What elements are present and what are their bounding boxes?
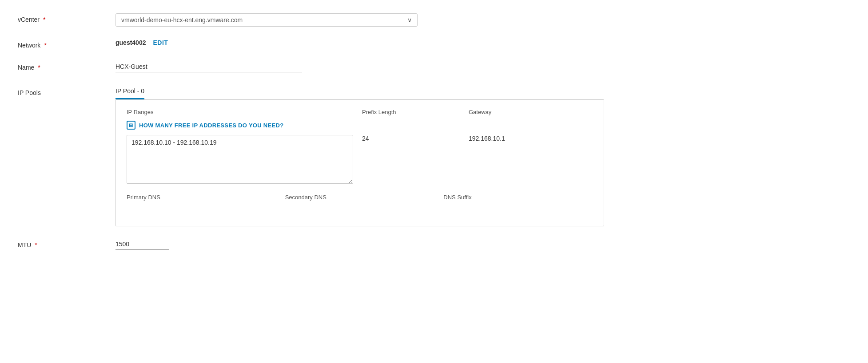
name-required: * [38,64,40,71]
network-label: Network * [18,39,115,49]
name-label: Name * [18,61,115,71]
gateway-label: Gateway [469,109,593,115]
calculator-icon: ⊞ [127,121,135,130]
mtu-row: MTU * [18,239,850,250]
network-content: guest4002 EDIT [115,39,850,46]
vcenter-row: vCenter * vmworld-demo-eu-hcx-ent.eng.vm… [18,13,850,27]
dns-suffix-column: DNS Suffix [443,194,593,215]
ip-ranges-textarea[interactable] [127,135,353,184]
dns-grid: Primary DNS Secondary DNS DNS Suffix [127,194,593,215]
primary-dns-column: Primary DNS [127,194,276,215]
vcenter-label: vCenter * [18,13,115,23]
ip-pool-box: IP Ranges ⊞ HOW MANY FREE IP ADDRESSES D… [115,99,604,226]
ip-pool-grid: IP Ranges ⊞ HOW MANY FREE IP ADDRESSES D… [127,109,593,185]
vcenter-required: * [43,16,45,23]
prefix-length-column: Prefix Length [362,109,460,185]
mtu-label-text: MTU [18,241,31,249]
dns-suffix-label: DNS Suffix [443,194,593,201]
ip-pool-tab-bar: IP Pool - 0 [115,85,850,99]
chevron-down-icon: ∨ [407,16,412,24]
calculator-label-text: HOW MANY FREE IP ADDRESSES DO YOU NEED? [139,122,283,129]
ip-pools-label: IP Pools [18,85,115,96]
dns-suffix-input[interactable] [443,204,593,215]
ip-pools-content: IP Pool - 0 IP Ranges ⊞ HOW MANY FREE IP… [115,85,850,226]
network-edit-button[interactable]: EDIT [153,39,168,46]
ip-pools-label-text: IP Pools [18,89,41,96]
secondary-dns-column: Secondary DNS [285,194,435,215]
calculator-link[interactable]: ⊞ HOW MANY FREE IP ADDRESSES DO YOU NEED… [127,121,353,130]
mtu-content [115,239,850,250]
vcenter-content: vmworld-demo-eu-hcx-ent.eng.vmware.com ∨ [115,13,850,27]
prefix-length-input[interactable] [362,133,460,144]
prefix-length-label: Prefix Length [362,109,460,115]
primary-dns-label: Primary DNS [127,194,276,201]
network-value-row: guest4002 EDIT [115,39,850,46]
secondary-dns-input[interactable] [285,204,435,215]
gateway-input[interactable] [469,133,593,144]
gateway-column: Gateway [469,109,593,185]
ip-pools-row: IP Pools IP Pool - 0 IP Ranges ⊞ HOW MAN… [18,85,850,226]
primary-dns-input[interactable] [127,204,276,215]
ip-ranges-column: IP Ranges ⊞ HOW MANY FREE IP ADDRESSES D… [127,109,353,185]
mtu-label: MTU * [18,239,115,249]
vcenter-dropdown[interactable]: vmworld-demo-eu-hcx-ent.eng.vmware.com ∨ [115,13,418,27]
name-input[interactable] [115,61,302,72]
network-value-text: guest4002 [115,39,146,46]
vcenter-value: vmworld-demo-eu-hcx-ent.eng.vmware.com [121,16,243,24]
mtu-required: * [35,241,37,249]
network-row: Network * guest4002 EDIT [18,39,850,49]
ip-ranges-label: IP Ranges [127,109,353,115]
name-content [115,61,850,72]
network-required: * [44,42,46,49]
ip-pool-tab[interactable]: IP Pool - 0 [115,85,144,99]
name-row: Name * [18,61,850,72]
name-label-text: Name [18,64,34,71]
network-label-text: Network [18,42,40,49]
vcenter-label-text: vCenter [18,16,40,23]
mtu-input[interactable] [115,239,169,250]
secondary-dns-label: Secondary DNS [285,194,435,201]
